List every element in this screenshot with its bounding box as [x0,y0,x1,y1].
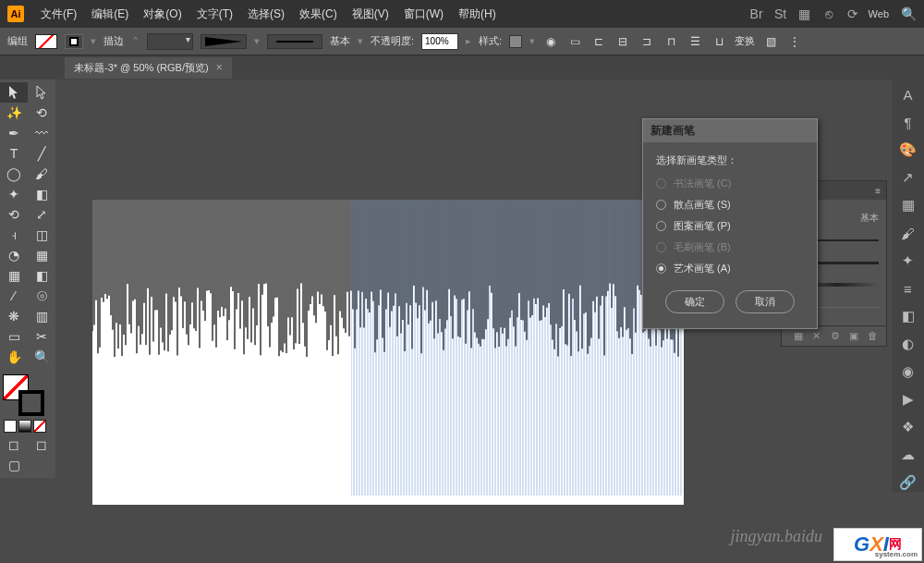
brushes-panel-icon[interactable]: 🖌 [899,224,918,242]
opacity-input[interactable] [421,33,458,50]
perspective-tool[interactable]: ▦ [28,245,55,265]
gradient-chip[interactable] [18,420,31,433]
type-tool[interactable]: T [0,143,28,164]
menu-edit[interactable]: 编辑(E) [84,6,136,22]
properties-panel-icon[interactable]: A [899,85,918,104]
delete-brush-icon[interactable]: 🗑 [868,330,881,343]
menu-object[interactable]: 对象(O) [136,6,188,22]
libraries-panel-icon[interactable]: ☁ [899,446,918,464]
fill-stroke-indicator[interactable] [0,372,55,418]
radio-icon[interactable] [656,263,666,274]
align-top-icon[interactable]: ⊓ [663,33,679,50]
menu-effect[interactable]: 效果(C) [292,6,345,22]
slice-tool[interactable]: ✂ [28,326,55,347]
align-middle-icon[interactable]: ☰ [687,33,703,50]
more-icon[interactable]: ⋮ [786,33,803,50]
menu-window[interactable]: 窗口(W) [396,6,451,22]
stock-icon[interactable]: St [772,6,789,22]
brush-definition[interactable] [267,34,322,49]
eyedropper-tool[interactable]: ⁄ [0,286,28,306]
menu-file[interactable]: 文件(F) [33,6,84,22]
scale-tool[interactable]: ⤢ [28,204,55,225]
menu-type[interactable]: 文字(T) [189,6,240,22]
align-left-icon[interactable]: ⊏ [590,33,607,50]
stroke-panel-icon[interactable]: ≡ [899,279,918,298]
layers-panel-icon[interactable]: ❖ [899,418,918,436]
align-right-icon[interactable]: ⊐ [638,33,655,50]
symbols-panel-icon[interactable]: ✦ [899,251,918,270]
stroke-swatch[interactable] [65,34,83,49]
color-chip[interactable] [4,420,17,433]
appearance-panel-icon[interactable]: ◉ [899,362,918,381]
workspace-switcher[interactable]: Web [869,8,889,19]
draw-mode-normal[interactable]: ◻ [0,434,28,455]
align-icon[interactable]: ▭ [566,33,583,50]
search-icon[interactable]: 🔍 [900,6,917,22]
brush-options-icon[interactable]: ⚙ [831,330,844,343]
zoom-tool[interactable]: 🔍 [28,347,55,367]
column-graph-tool[interactable]: ▥ [28,306,55,326]
ellipse-tool[interactable]: ◯ [0,164,28,184]
radio-icon[interactable] [656,200,666,210]
free-transform-tool[interactable]: ◫ [28,225,55,245]
cancel-button[interactable]: 取消 [736,290,795,313]
blend-tool[interactable]: ⦾ [28,286,55,306]
lasso-tool[interactable]: ⟲ [28,103,55,123]
draw-mode-behind[interactable]: ◻ [28,434,55,455]
color-panel-icon[interactable]: 🎨 [899,141,918,159]
brushes-panel-menu-icon[interactable]: ≡ [875,186,881,196]
close-tab-icon[interactable]: × [216,61,223,74]
magic-wand-tool[interactable]: ✨ [0,103,28,123]
menu-select[interactable]: 选择(S) [240,6,292,22]
expand-panel-icon[interactable]: ↗ [899,168,918,187]
gpu-icon[interactable]: ⎋ [821,6,837,22]
play-panel-icon[interactable]: ▶ [899,390,918,409]
artboard[interactable] [92,200,684,505]
style-swatch[interactable] [509,35,522,48]
bridge-icon[interactable]: Br [748,6,765,22]
curvature-tool[interactable]: 〰 [28,123,55,143]
transform-label[interactable]: 变换 [735,34,755,48]
arrange-icon[interactable]: ▦ [796,6,813,22]
radio-scatter-brush[interactable]: 散点画笔 (S) [656,198,804,212]
sync-icon[interactable]: ⟳ [845,6,861,22]
selection-tool[interactable] [0,82,28,103]
ok-button[interactable]: 确定 [665,290,724,313]
screen-mode[interactable]: ▢ [0,455,28,475]
character-panel-icon[interactable]: ¶ [899,113,918,131]
fill-swatch[interactable] [35,34,57,49]
shaper-tool[interactable]: ✦ [0,184,28,204]
new-brush-icon[interactable]: ▣ [849,330,862,343]
align-bottom-icon[interactable]: ⊔ [711,33,727,50]
menu-view[interactable]: 视图(V) [345,6,396,22]
brush-libraries-icon[interactable]: ▦ [794,330,807,343]
gradient-panel-icon[interactable]: ◧ [899,307,918,325]
radio-art-brush[interactable]: 艺术画笔 (A) [656,262,804,275]
gradient-tool[interactable]: ◧ [28,265,55,286]
swatches-panel-icon[interactable]: ▦ [899,196,918,214]
mesh-tool[interactable]: ▦ [0,265,28,286]
shape-builder-tool[interactable]: ◔ [0,245,28,265]
rotate-tool[interactable]: ⟲ [0,204,28,225]
transparency-panel-icon[interactable]: ◐ [899,335,918,353]
document-tab[interactable]: 未标题-3* @ 50% (RGB/预览) × [65,57,232,79]
recolor-icon[interactable]: ◉ [542,33,559,50]
eraser-tool[interactable]: ◧ [28,184,55,204]
artboard-tool[interactable]: ▭ [0,326,28,347]
symbol-sprayer-tool[interactable]: ❋ [0,306,28,326]
pen-tool[interactable]: ✒ [0,123,28,143]
paintbrush-tool[interactable]: 🖌 [28,164,55,184]
align-center-icon[interactable]: ⊟ [614,33,631,50]
radio-icon[interactable] [656,221,666,231]
line-tool[interactable]: ╱ [28,143,55,164]
isolate-icon[interactable]: ▧ [762,33,779,50]
links-panel-icon[interactable]: 🔗 [899,473,918,492]
direct-selection-tool[interactable] [28,82,55,103]
radio-pattern-brush[interactable]: 图案画笔 (P) [656,219,804,233]
width-tool[interactable]: ⫞ [0,225,28,245]
menu-help[interactable]: 帮助(H) [451,6,504,22]
stroke-weight-dropdown[interactable] [147,33,193,50]
remove-stroke-icon[interactable]: ✕ [812,330,825,343]
hand-tool[interactable]: ✋ [0,347,28,367]
none-chip[interactable] [33,420,46,433]
